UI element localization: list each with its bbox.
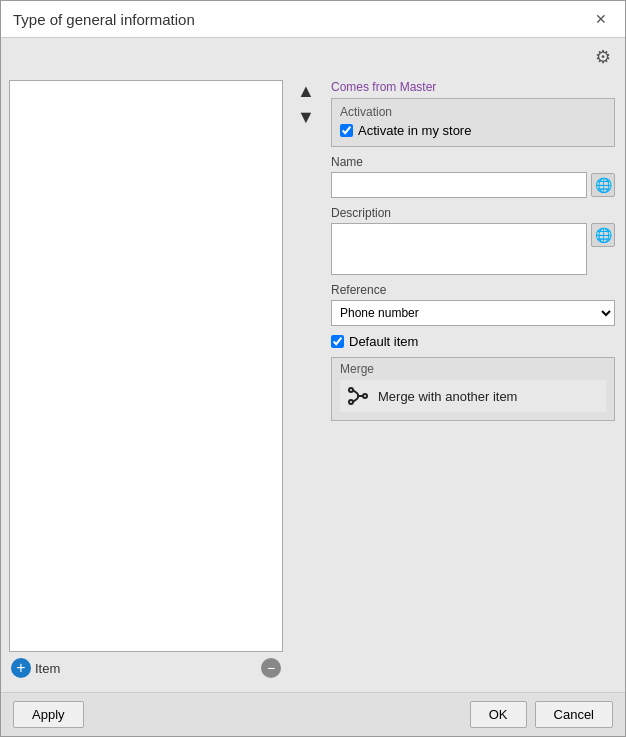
gear-icon: ⚙: [595, 47, 611, 67]
globe-icon: 🌐: [595, 177, 612, 193]
move-up-button[interactable]: ▲: [295, 80, 317, 102]
right-panel: Comes from Master Activation Activate in…: [321, 72, 625, 692]
merge-legend: Merge: [340, 362, 606, 376]
add-icon: +: [11, 658, 31, 678]
arrow-column: ▲ ▼: [291, 72, 321, 692]
merge-action-row[interactable]: Merge with another item: [340, 380, 606, 412]
svg-line-4: [353, 398, 358, 402]
gear-button[interactable]: ⚙: [593, 44, 613, 70]
footer: Apply OK Cancel: [1, 692, 625, 736]
main-body: + Item − ▲ ▼ Comes from Master Activatio: [1, 72, 625, 692]
activate-label: Activate in my store: [358, 123, 471, 138]
description-field-row: Description 🌐: [331, 206, 615, 275]
title-bar: Type of general information ✕: [1, 1, 625, 38]
description-field-container: 🌐: [331, 223, 615, 275]
reference-select[interactable]: Phone number Email Address: [331, 300, 615, 326]
close-button[interactable]: ✕: [589, 9, 613, 29]
name-field-container: 🌐: [331, 172, 615, 198]
activation-group: Activation Activate in my store: [331, 98, 615, 147]
items-list: [9, 80, 283, 652]
dialog-title: Type of general information: [13, 11, 195, 28]
description-globe-button[interactable]: 🌐: [591, 223, 615, 247]
reference-field-row: Reference Phone number Email Address: [331, 283, 615, 326]
merge-group: Merge Merge with another item: [331, 357, 615, 421]
ok-button[interactable]: OK: [470, 701, 527, 728]
remove-icon: −: [267, 660, 275, 676]
svg-point-2: [363, 394, 367, 398]
default-item-checkbox[interactable]: [331, 335, 344, 348]
name-label: Name: [331, 155, 615, 169]
description-input[interactable]: [331, 223, 587, 275]
remove-item-button[interactable]: −: [261, 658, 281, 678]
globe-icon-desc: 🌐: [595, 227, 612, 243]
svg-point-1: [349, 400, 353, 404]
header-row: ⚙: [1, 38, 625, 72]
up-arrow-icon: ▲: [297, 81, 315, 101]
default-item-row: Default item: [331, 334, 615, 349]
name-globe-button[interactable]: 🌐: [591, 173, 615, 197]
dialog: Type of general information ✕ ⚙ + Item −: [0, 0, 626, 737]
cancel-button[interactable]: Cancel: [535, 701, 613, 728]
apply-button[interactable]: Apply: [13, 701, 84, 728]
down-arrow-icon: ▼: [297, 107, 315, 127]
activate-checkbox[interactable]: [340, 124, 353, 137]
activate-row: Activate in my store: [340, 123, 606, 138]
add-item-button[interactable]: + Item: [11, 658, 60, 678]
footer-right: OK Cancel: [470, 701, 613, 728]
list-actions: + Item −: [9, 652, 283, 684]
svg-line-3: [353, 390, 358, 394]
move-down-button[interactable]: ▼: [295, 106, 317, 128]
description-label: Description: [331, 206, 615, 220]
merge-icon: [346, 384, 370, 408]
left-panel: + Item −: [1, 72, 291, 692]
default-item-label: Default item: [349, 334, 418, 349]
merge-action-label: Merge with another item: [378, 389, 517, 404]
comes-from-master-label: Comes from Master: [331, 80, 615, 94]
add-item-label: Item: [35, 661, 60, 676]
svg-point-0: [349, 388, 353, 392]
name-input[interactable]: [331, 172, 587, 198]
name-field-row: Name 🌐: [331, 155, 615, 198]
reference-label: Reference: [331, 283, 615, 297]
activation-legend: Activation: [340, 105, 606, 119]
